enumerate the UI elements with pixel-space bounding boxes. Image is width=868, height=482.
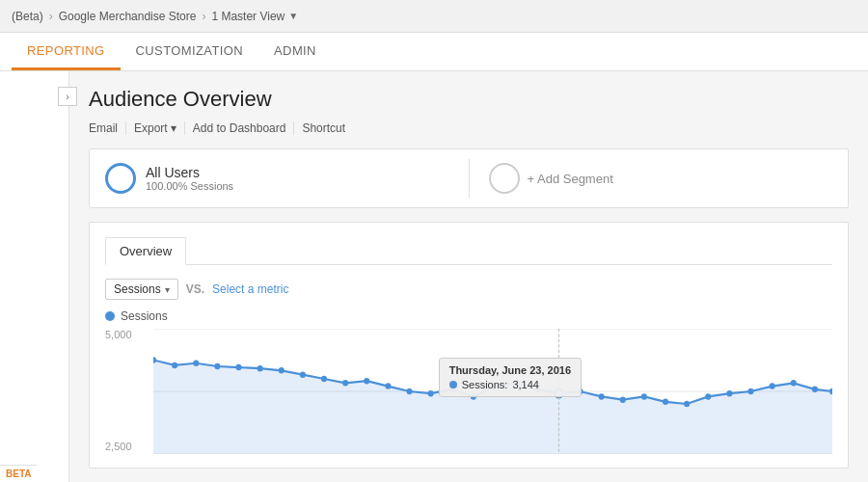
svg-point-4 <box>172 362 177 369</box>
svg-point-33 <box>791 380 797 387</box>
y-mid: 2,500 <box>105 441 153 452</box>
svg-point-27 <box>663 399 668 406</box>
svg-point-12 <box>342 380 348 387</box>
svg-point-17 <box>449 387 455 393</box>
segment-bar: All Users 100.00% Sessions + Add Segment <box>89 148 849 208</box>
add-segment-circle <box>489 163 520 194</box>
toolbar: Email Export ▾ Add to Dashboard Shortcut <box>89 121 849 135</box>
y-axis: 5,000 2,500 <box>105 329 153 454</box>
svg-point-8 <box>258 365 263 372</box>
breadcrumb-bar: (Beta) › Google Merchandise Store › 1 Ma… <box>0 0 868 33</box>
svg-point-13 <box>364 378 369 385</box>
legend-label: Sessions <box>121 309 168 323</box>
export-label: Export <box>134 121 168 135</box>
add-segment-label: + Add Segment <box>528 172 613 186</box>
vs-label: VS. <box>186 282 204 296</box>
svg-point-7 <box>235 364 241 371</box>
tab-customization[interactable]: CUSTOMIZATION <box>121 34 258 70</box>
svg-point-18 <box>471 393 476 400</box>
svg-point-24 <box>599 393 605 400</box>
segment-info: All Users 100.00% Sessions <box>146 165 233 192</box>
svg-point-23 <box>577 388 583 395</box>
segment-name: All Users <box>146 165 233 180</box>
main-layout: › Audience Overview Email Export ▾ Add t… <box>0 71 868 482</box>
legend-dot <box>105 311 115 321</box>
select-metric-link[interactable]: Select a metric <box>212 282 288 296</box>
breadcrumb-part1: (Beta) <box>12 10 43 23</box>
svg-point-14 <box>385 383 391 389</box>
svg-point-25 <box>620 396 626 403</box>
nav-tabs: REPORTING CUSTOMIZATION ADMIN <box>0 33 868 71</box>
content-area: Audience Overview Email Export ▾ Add to … <box>69 71 868 482</box>
segment-sub: 100.00% Sessions <box>146 180 233 192</box>
breadcrumb-part2: Google Merchandise Store <box>59 10 197 23</box>
y-max: 5,000 <box>105 329 153 340</box>
tab-admin[interactable]: ADMIN <box>258 34 332 70</box>
svg-point-26 <box>641 393 647 400</box>
svg-point-29 <box>705 393 711 400</box>
svg-point-20 <box>513 380 519 387</box>
email-button[interactable]: Email <box>89 121 126 135</box>
metric-row: Sessions ▾ VS. Select a metric <box>105 279 832 300</box>
svg-point-30 <box>726 390 732 397</box>
svg-point-6 <box>214 363 220 370</box>
export-button[interactable]: Export ▾ <box>126 121 185 135</box>
page-title: Audience Overview <box>89 87 849 112</box>
svg-point-32 <box>770 383 775 389</box>
chart-container: 5,000 2,500 <box>105 329 832 454</box>
svg-point-21 <box>534 387 540 393</box>
svg-point-9 <box>279 367 285 374</box>
breadcrumb-chevron: ▼ <box>288 11 298 21</box>
svg-point-19 <box>492 383 498 389</box>
breadcrumb-part3: 1 Master View <box>211 10 285 23</box>
svg-point-34 <box>812 387 818 393</box>
svg-point-28 <box>684 401 690 408</box>
segment-all-users: All Users 100.00% Sessions <box>105 163 449 194</box>
chart-legend: Sessions <box>105 309 832 323</box>
svg-point-31 <box>748 388 754 395</box>
beta-label: BETA <box>0 465 37 482</box>
chart-svg <box>153 329 832 454</box>
tab-overview[interactable]: Overview <box>105 237 186 265</box>
segment-circle <box>105 163 136 194</box>
tab-reporting[interactable]: REPORTING <box>12 34 121 70</box>
sidebar: › <box>0 71 69 482</box>
metric-dropdown[interactable]: Sessions ▾ <box>105 279 178 300</box>
shortcut-button[interactable]: Shortcut <box>294 121 353 135</box>
svg-point-5 <box>193 361 199 367</box>
breadcrumb-part3-container[interactable]: 1 Master View ▼ <box>211 10 298 23</box>
chart-area: Thursday, June 23, 2016 Sessions: 3,144 <box>153 329 832 454</box>
breadcrumb-sep1: › <box>49 10 53 23</box>
add-segment-button[interactable]: + Add Segment <box>489 163 833 194</box>
export-arrow: ▾ <box>171 121 176 135</box>
sidebar-collapse-button[interactable]: › <box>58 87 77 106</box>
overview-card: Overview Sessions ▾ VS. Select a metric … <box>89 222 849 469</box>
segment-divider <box>469 159 470 198</box>
add-dashboard-button[interactable]: Add to Dashboard <box>185 121 295 135</box>
metric-arrow: ▾ <box>165 284 170 295</box>
svg-point-15 <box>406 388 412 395</box>
svg-point-16 <box>428 390 434 397</box>
breadcrumb-sep2: › <box>202 10 205 23</box>
overview-tabs: Overview <box>105 236 832 265</box>
svg-point-10 <box>300 371 306 378</box>
metric-label: Sessions <box>114 282 161 296</box>
svg-point-11 <box>321 376 327 383</box>
